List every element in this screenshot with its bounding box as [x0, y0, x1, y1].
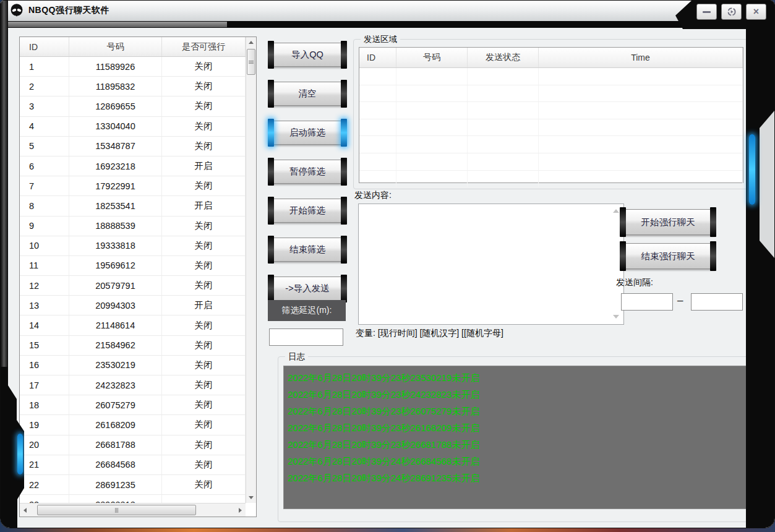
thumb-grip — [249, 63, 254, 64]
cell-number: 26075279 — [69, 395, 162, 414]
thumb-grip — [116, 508, 117, 513]
filter-delay-input[interactable] — [269, 328, 343, 346]
import-qq-button[interactable]: 导入QQ — [269, 43, 346, 67]
horizontal-scrollbar[interactable] — [20, 503, 246, 517]
qq-list-body: 1 11589926 关闭 2 11895832 关闭 3 12869655 关… — [20, 57, 246, 503]
table-row[interactable]: 15 21584962 关闭 — [20, 336, 246, 356]
import-to-send-button[interactable]: ->导入发送 — [269, 277, 346, 301]
log-lines: 2022年6月28日20时39分23秒23530219未开启2022年6月28日… — [288, 369, 746, 506]
cell-number: 11589926 — [69, 57, 162, 76]
vertical-scroll-thumb[interactable] — [247, 49, 255, 75]
table-row[interactable]: 2 11895832 关闭 — [20, 77, 246, 97]
column-header-id[interactable]: ID — [20, 37, 69, 56]
blue-accent-light — [17, 434, 23, 474]
table-row[interactable]: 4 13304040 关闭 — [20, 117, 246, 137]
variables-hint: 变量: [现行时间] [随机汉字] [[随机字母] — [356, 328, 503, 339]
table-row[interactable]: 10 19333818 关闭 — [20, 236, 246, 256]
table-row[interactable]: 14 21148614 关闭 — [20, 315, 246, 335]
send-column-number[interactable]: 号码 — [396, 48, 468, 67]
thumb-grip — [118, 508, 118, 513]
send-column-status[interactable]: 发送状态 — [468, 48, 539, 67]
table-row[interactable]: 8 18253541 开启 — [20, 196, 246, 216]
cell-id: 2 — [20, 77, 69, 96]
table-row[interactable]: 17 24232823 关闭 — [20, 375, 246, 395]
end-filter-button[interactable]: 结束筛选 — [269, 238, 346, 262]
cell-status — [162, 495, 246, 503]
table-row[interactable]: 11 19569612 关闭 — [20, 256, 246, 276]
app-window: NBQQ强行聊天软件 × ID 号码 是否可强行 1 11589926 关闭 — [0, 0, 775, 528]
scroll-down-button[interactable] — [246, 492, 256, 503]
send-interval-label: 发送间隔: — [616, 277, 653, 288]
log-line: 2022年6月28日20时39分23秒23530219未开启 — [288, 369, 746, 386]
table-row[interactable]: 23 28928818 — [20, 495, 246, 503]
cell-status: 开启 — [162, 196, 246, 215]
close-button[interactable]: × — [746, 4, 766, 20]
table-row[interactable]: 13 20994303 开启 — [20, 296, 246, 315]
cell-id: 18 — [20, 395, 69, 414]
cell-number: 20994303 — [69, 296, 162, 315]
send-column-time[interactable]: Time — [539, 48, 743, 67]
interval-from-input[interactable] — [621, 293, 673, 311]
table-row[interactable]: 19 26168209 关闭 — [20, 415, 246, 435]
cell-id: 9 — [20, 217, 69, 236]
cell-status: 关闭 — [162, 57, 246, 76]
cell-id: 3 — [20, 97, 69, 116]
send-empty-row — [359, 153, 743, 171]
stop-force-chat-button[interactable]: 结束强行聊天 — [621, 243, 715, 269]
vertical-scrollbar[interactable] — [246, 37, 256, 503]
settings-dial-icon — [727, 7, 737, 17]
column-header-forceable[interactable]: 是否可强行 — [162, 37, 246, 56]
launch-filter-button[interactable]: 启动筛选 — [269, 121, 346, 145]
window-title: NBQQ强行聊天软件 — [28, 5, 109, 16]
cell-id: 1 — [20, 57, 69, 76]
start-filter-button[interactable]: 开始筛选 — [269, 199, 346, 223]
scroll-up-icon — [249, 41, 254, 44]
scroll-right-icon — [239, 508, 242, 513]
cell-id: 5 — [20, 137, 69, 156]
cell-status: 关闭 — [162, 375, 246, 395]
settings-button[interactable] — [721, 4, 742, 20]
column-header-number[interactable]: 号码 — [69, 37, 162, 56]
interval-to-input[interactable] — [691, 293, 743, 311]
scroll-up-button[interactable] — [246, 37, 256, 48]
title-progress-strip — [6, 21, 767, 28]
clear-button[interactable]: 清空 — [269, 82, 346, 106]
cell-id: 12 — [20, 276, 69, 295]
table-row[interactable]: 20 26681788 关闭 — [20, 435, 246, 455]
table-row[interactable]: 12 20579791 关闭 — [20, 276, 246, 296]
table-row[interactable]: 16 23530219 关闭 — [20, 356, 246, 375]
textarea-scroll-down-icon[interactable] — [613, 315, 619, 319]
horizontal-scroll-thumb[interactable] — [37, 505, 196, 515]
send-table-header: ID 号码 发送状态 Time — [359, 48, 743, 68]
table-row[interactable]: 7 17922991 关闭 — [20, 176, 246, 196]
minimize-icon — [703, 11, 711, 13]
cell-status: 关闭 — [162, 475, 246, 494]
send-column-id[interactable]: ID — [359, 48, 396, 67]
send-content-textarea[interactable] — [358, 204, 624, 325]
table-row[interactable]: 1 11589926 关闭 — [20, 57, 246, 77]
send-table: ID 号码 发送状态 Time — [359, 47, 743, 183]
log-line: 2022年6月28日20时39分23秒26075279未开启 — [288, 403, 746, 419]
table-row[interactable]: 5 15348787 关闭 — [20, 137, 246, 157]
scroll-left-button[interactable] — [20, 504, 30, 517]
send-area-group-label: 发送区域 — [361, 34, 400, 45]
table-row[interactable]: 3 12869655 关闭 — [20, 97, 246, 116]
start-force-chat-button[interactable]: 开始强行聊天 — [621, 209, 715, 235]
cell-id: 20 — [20, 435, 69, 455]
cell-number: 26168209 — [69, 415, 162, 434]
scroll-right-button[interactable] — [235, 504, 246, 517]
log-box[interactable]: 2022年6月28日20时39分23秒23530219未开启2022年6月28日… — [283, 366, 760, 509]
send-empty-row — [359, 102, 743, 119]
table-row[interactable]: 6 16923218 开启 — [20, 157, 246, 176]
cell-number: 21584962 — [69, 336, 162, 355]
table-row[interactable]: 22 28691235 关闭 — [20, 475, 246, 495]
table-row[interactable]: 18 26075279 关闭 — [20, 395, 246, 415]
pause-filter-button[interactable]: 暂停筛选 — [269, 160, 346, 184]
cell-number: 21148614 — [69, 315, 162, 335]
minimize-button[interactable] — [696, 4, 717, 20]
table-row[interactable]: 21 26684568 关闭 — [20, 455, 246, 475]
textarea-scroll-up-icon[interactable] — [613, 209, 619, 213]
title-bar[interactable]: NBQQ强行聊天软件 — [1, 1, 774, 21]
table-row[interactable]: 9 18888539 关闭 — [20, 217, 246, 236]
cell-id: 19 — [20, 415, 69, 434]
